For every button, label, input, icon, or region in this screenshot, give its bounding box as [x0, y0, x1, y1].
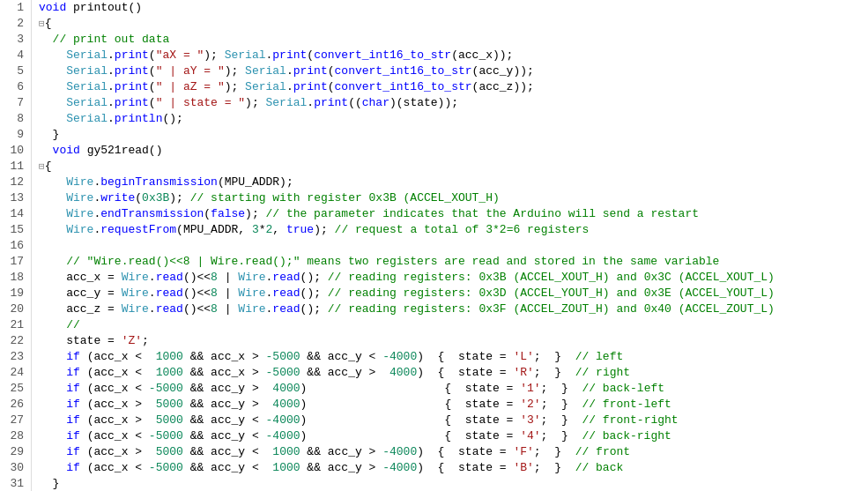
line-num-7: 7: [7, 95, 24, 111]
line-num-30: 30: [7, 460, 24, 476]
code-line-3: // print out data: [39, 32, 861, 48]
line-num-3: 3: [7, 32, 24, 48]
line-numbers: 1 2 3 4 5 6 7 8 9 10 11 12 13 14 15 16 1…: [0, 0, 32, 491]
line-num-26: 26: [7, 397, 24, 413]
code-line-16: [39, 238, 861, 254]
code-line-13: Wire.write(0x3B); // starting with regis…: [39, 190, 861, 206]
line-num-25: 25: [7, 381, 24, 397]
code-line-27: if (acc_x > 5000 && acc_y < -4000) { sta…: [39, 413, 861, 428]
code-line-29: if (acc_x > 5000 && acc_y < 1000 && acc_…: [39, 444, 861, 460]
line-num-2: 2: [7, 16, 24, 32]
line-num-13: 13: [7, 190, 24, 206]
line-num-9: 9: [7, 127, 24, 143]
code-line-1: void printout(): [39, 0, 861, 16]
line-num-12: 12: [7, 175, 24, 190]
code-line-25: if (acc_x < -5000 && acc_y > 4000) { sta…: [39, 381, 861, 397]
code-line-12: Wire.beginTransmission(MPU_ADDR);: [39, 175, 861, 190]
line-num-20: 20: [7, 301, 24, 317]
code-line-9: }: [39, 127, 861, 143]
code-line-21: //: [39, 317, 861, 333]
line-num-17: 17: [7, 254, 24, 270]
line-num-22: 22: [7, 333, 24, 349]
line-num-31: 31: [7, 476, 24, 491]
line-num-8: 8: [7, 111, 24, 127]
code-line-15: Wire.requestFrom(MPU_ADDR, 3*2, true); /…: [39, 222, 861, 238]
code-line-6: Serial.print(" | aZ = "); Serial.print(c…: [39, 79, 861, 95]
code-line-24: if (acc_x < 1000 && acc_x > -5000 && acc…: [39, 365, 861, 381]
line-num-6: 6: [7, 79, 24, 95]
code-line-18: acc_x = Wire.read()<<8 | Wire.read(); //…: [39, 270, 861, 286]
code-line-2: ⊟{: [39, 16, 861, 32]
code-editor: 1 2 3 4 5 6 7 8 9 10 11 12 13 14 15 16 1…: [0, 0, 868, 491]
line-num-24: 24: [7, 365, 24, 381]
line-num-16: 16: [7, 238, 24, 254]
code-content[interactable]: void printout() ⊟{ // print out data Ser…: [32, 0, 868, 491]
code-line-10: void gy521read(): [39, 143, 861, 159]
line-num-29: 29: [7, 444, 24, 460]
code-line-7: Serial.print(" | state = "); Serial.prin…: [39, 95, 861, 111]
line-num-18: 18: [7, 270, 24, 286]
line-num-19: 19: [7, 286, 24, 301]
code-line-17: // "Wire.read()<<8 | Wire.read();" means…: [39, 254, 861, 270]
code-line-20: acc_z = Wire.read()<<8 | Wire.read(); //…: [39, 301, 861, 317]
code-line-23: if (acc_x < 1000 && acc_x > -5000 && acc…: [39, 349, 861, 365]
code-line-11: ⊟{: [39, 159, 861, 175]
code-line-26: if (acc_x > 5000 && acc_y > 4000) { stat…: [39, 397, 861, 413]
line-num-10: 10: [7, 143, 24, 159]
line-num-27: 27: [7, 413, 24, 428]
code-line-8: Serial.println();: [39, 111, 861, 127]
code-line-22: state = 'Z';: [39, 333, 861, 349]
code-line-28: if (acc_x < -5000 && acc_y < -4000) { st…: [39, 428, 861, 444]
line-num-15: 15: [7, 222, 24, 238]
code-line-19: acc_y = Wire.read()<<8 | Wire.read(); //…: [39, 286, 861, 301]
line-num-28: 28: [7, 428, 24, 444]
line-num-21: 21: [7, 317, 24, 333]
code-line-4: Serial.print("aX = "); Serial.print(conv…: [39, 48, 861, 63]
line-num-4: 4: [7, 48, 24, 63]
code-line-30: if (acc_x < -5000 && acc_y < 1000 && acc…: [39, 460, 861, 476]
line-num-14: 14: [7, 206, 24, 222]
code-line-5: Serial.print(" | aY = "); Serial.print(c…: [39, 63, 861, 79]
code-line-14: Wire.endTransmission(false); // the para…: [39, 206, 861, 222]
line-num-5: 5: [7, 63, 24, 79]
line-num-11: 11: [7, 159, 24, 175]
line-num-23: 23: [7, 349, 24, 365]
code-line-31: }: [39, 476, 861, 491]
line-num-1: 1: [7, 0, 24, 16]
